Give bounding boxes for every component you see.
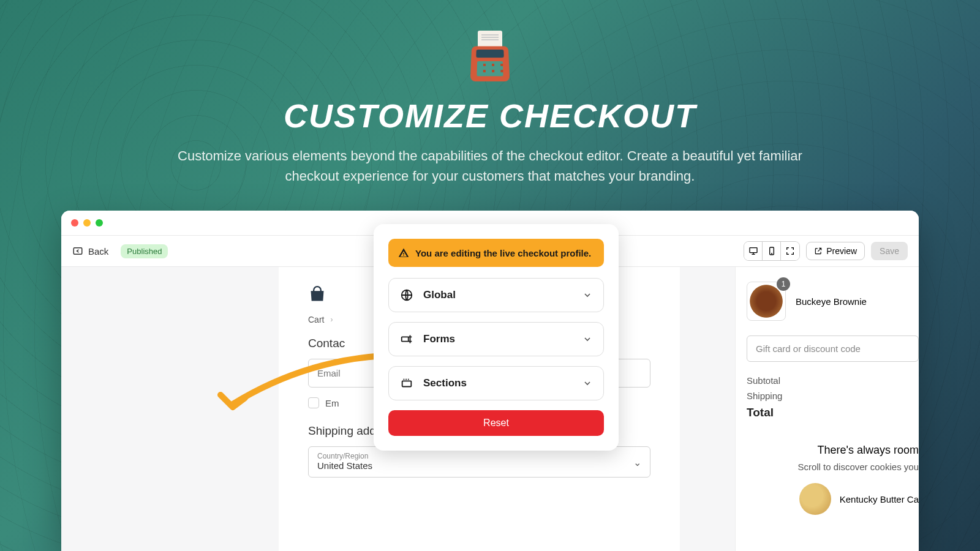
quantity-badge: 1 <box>777 277 790 291</box>
sections-icon <box>400 377 413 390</box>
back-button[interactable]: Back <box>72 246 108 257</box>
preview-label: Preview <box>826 246 857 256</box>
window-close-dot[interactable] <box>71 219 78 227</box>
warning-icon <box>398 247 409 258</box>
back-arrow-icon <box>72 246 83 257</box>
country-label: Country/Region <box>317 452 641 460</box>
accordion-global-label: Global <box>423 289 573 301</box>
warning-banner: You are editing the live checkout profil… <box>388 239 604 267</box>
upsell-subtitle: Scroll to discover cookies you <box>747 462 919 472</box>
recommendation-thumbnail <box>799 483 831 515</box>
fullscreen-view-button[interactable] <box>781 242 799 260</box>
accordion-sections[interactable]: Sections <box>388 366 604 400</box>
svg-rect-5 <box>402 337 409 341</box>
save-button[interactable]: Save <box>871 242 908 260</box>
desktop-view-button[interactable] <box>744 242 763 260</box>
published-badge: Published <box>121 244 168 258</box>
chevron-down-icon: ⌄ <box>633 456 641 468</box>
email-consent-label: Em <box>325 398 339 408</box>
svg-point-3 <box>771 253 772 254</box>
shopping-bag-icon <box>308 285 326 304</box>
chevron-right-icon: › <box>330 315 333 324</box>
preview-button[interactable]: Preview <box>806 242 865 260</box>
back-label: Back <box>88 246 108 257</box>
subtotal-row: Subtotal <box>747 375 919 386</box>
window-minimize-dot[interactable] <box>83 219 91 227</box>
chevron-down-icon <box>582 334 592 344</box>
shipping-row: Shipping <box>747 391 919 401</box>
pos-terminal-icon <box>468 31 512 86</box>
accordion-forms-label: Forms <box>423 333 573 345</box>
device-switcher <box>744 241 800 261</box>
upsell-heading: There's always room <box>747 444 919 457</box>
globe-icon <box>400 288 413 302</box>
window-maximize-dot[interactable] <box>96 219 103 227</box>
svg-rect-6 <box>402 381 412 386</box>
hero-subtitle: Customize various elements beyond the ca… <box>178 146 802 186</box>
accordion-global[interactable]: Global <box>388 278 604 312</box>
accordion-sections-label: Sections <box>423 377 573 389</box>
svg-rect-1 <box>750 248 757 253</box>
discount-code-input[interactable]: Gift card or discount code <box>747 335 919 362</box>
warning-text: You are editing the live checkout profil… <box>415 248 591 258</box>
chevron-down-icon <box>582 290 592 300</box>
reset-button[interactable]: Reset <box>388 410 604 436</box>
order-summary: 1 Buckeye Brownie Gift card or discount … <box>735 267 919 551</box>
country-value: United States <box>317 460 641 471</box>
recommendation-name: Kentucky Butter Ca <box>840 494 919 504</box>
breadcrumb-cart[interactable]: Cart <box>308 315 324 324</box>
settings-popover: You are editing the live checkout profil… <box>374 224 619 451</box>
external-link-icon <box>814 247 823 255</box>
fullscreen-icon <box>785 246 795 256</box>
mobile-icon <box>767 246 777 256</box>
svg-rect-0 <box>74 248 82 255</box>
app-window: Back Published Co Preview Save <box>61 211 919 551</box>
total-row: Total <box>747 406 919 419</box>
desktop-icon <box>748 246 758 256</box>
chevron-down-icon <box>582 378 592 388</box>
accordion-forms[interactable]: Forms <box>388 322 604 356</box>
product-thumbnail: 1 <box>747 282 786 321</box>
forms-icon <box>400 332 413 346</box>
mobile-view-button[interactable] <box>763 242 781 260</box>
hero-title: CUSTOMIZE CHECKOUT <box>0 97 980 135</box>
country-select[interactable]: Country/Region United States ⌄ <box>308 446 650 478</box>
hero-section: CUSTOMIZE CHECKOUT Customize various ele… <box>0 0 980 186</box>
email-consent-checkbox[interactable] <box>308 397 319 408</box>
product-name: Buckeye Brownie <box>796 296 867 307</box>
